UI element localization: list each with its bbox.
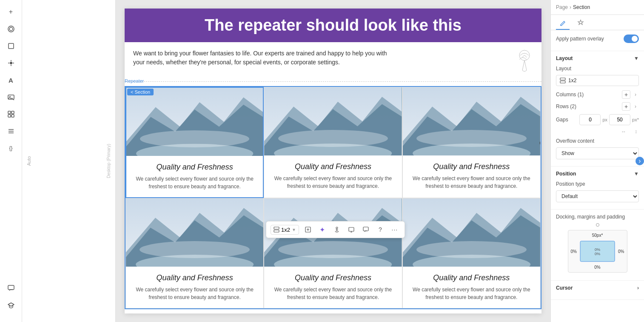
docking-bottom-val: 0% <box>594 265 600 270</box>
docking-top-val: 50px* <box>592 233 603 238</box>
anchor-btn[interactable] <box>331 224 342 235</box>
description-text: We want to bring your flower fantasies t… <box>133 49 388 67</box>
magic-btn[interactable]: ✦ <box>317 224 328 235</box>
position-section-header: Position ▼ <box>556 171 639 177</box>
code-icon[interactable]: {} <box>4 141 18 155</box>
layout-row: Layout <box>556 66 639 72</box>
panel-header: Page › Section <box>551 0 644 15</box>
overflow-select-container: Show Hide <box>556 147 639 159</box>
cursor-section-title: Cursor <box>556 285 573 291</box>
docking-inner: 0% 0% <box>580 241 615 262</box>
breadcrumb-separator: › <box>570 4 571 10</box>
add-icon[interactable]: + <box>4 5 18 19</box>
repeater-grid: Quality and Freshness We carefully selec… <box>125 87 541 308</box>
cell-text-2-1: We carefully select every flower and sou… <box>133 286 256 301</box>
grid-icon[interactable] <box>4 107 18 121</box>
cell-title-1-3: Quality and Freshness <box>410 162 533 171</box>
cell-title-1-1: Quality and Freshness <box>133 163 256 172</box>
gap-h-unit: px <box>602 117 607 122</box>
gap-arrows: ↔ ↕ <box>556 129 639 135</box>
cursor-collapse-btn[interactable]: › <box>637 285 639 291</box>
cell-2-3[interactable]: Quality and Freshness We carefully selec… <box>402 198 541 308</box>
position-type-select-container: Default Absolute Fixed <box>556 190 639 202</box>
svg-rect-9 <box>11 115 14 117</box>
position-section-title: Position <box>556 171 576 177</box>
layout-select[interactable]: 1x2 ▼ <box>271 225 299 235</box>
docking-left-inner: 0% <box>595 247 600 251</box>
layout-option-1x2[interactable]: 1x2 <box>556 75 639 86</box>
cell-text-2-3: We carefully select every flower and sou… <box>410 286 533 301</box>
overflow-select[interactable]: Show Hide <box>556 147 639 159</box>
screen-btn[interactable] <box>346 224 357 235</box>
cell-content-2-2: Quality and Freshness We carefully selec… <box>264 267 402 308</box>
gaps-row: Gaps px px* <box>556 114 639 125</box>
move-handle[interactable]: ⊕ <box>539 138 541 148</box>
svg-point-3 <box>10 62 12 64</box>
media-icon[interactable] <box>4 90 18 104</box>
layout-section: Layout ▼ Layout 1x2 Columns (1) + › Rows… <box>551 51 644 167</box>
cell-image-2-1 <box>126 198 263 267</box>
apply-pattern-toggle[interactable] <box>624 34 639 43</box>
cell-title-1-2: Quality and Freshness <box>271 162 395 171</box>
svg-rect-19 <box>349 227 354 231</box>
gap-inputs: px px* <box>579 114 639 125</box>
comment-btn[interactable] <box>360 224 371 235</box>
position-type-label: Position type <box>556 181 585 187</box>
gap-v-input[interactable] <box>609 114 630 125</box>
tab-design[interactable] <box>556 17 570 30</box>
help-btn[interactable]: ? <box>375 224 386 235</box>
columns-plus-btn[interactable]: + <box>622 90 630 99</box>
cell-1-2[interactable]: Quality and Freshness We carefully selec… <box>264 87 402 198</box>
toolbar-layout-value: 1x2 <box>281 227 290 233</box>
cell-image-2-3 <box>403 198 540 267</box>
position-type-select[interactable]: Default Absolute Fixed <box>556 190 639 202</box>
cell-image-1-1 <box>126 88 263 156</box>
resize-btn[interactable] <box>302 224 313 235</box>
cell-content-1-3: Quality and Freshness We carefully selec… <box>403 155 540 197</box>
columns-controls: + › <box>622 90 639 99</box>
gap-v-unit: px* <box>632 117 639 122</box>
docking-label: Docking, margins and padding <box>556 214 625 220</box>
cell-2-2[interactable]: Quality and Freshness We carefully selec… <box>264 198 402 308</box>
svg-point-0 <box>8 26 14 32</box>
cell-1-1[interactable]: Quality and Freshness We carefully selec… <box>125 87 264 198</box>
cell-text-1-3: We carefully select every flower and sou… <box>410 175 533 190</box>
rows-arrow-btn[interactable]: › <box>632 103 639 110</box>
layout-collapse-btn[interactable]: ▼ <box>634 55 639 61</box>
graduation-icon[interactable] <box>4 298 18 312</box>
section-badge[interactable]: < Section <box>127 89 154 95</box>
svg-rect-15 <box>274 227 279 229</box>
breadcrumb: Page › Section <box>556 4 639 10</box>
breadcrumb-current: Section <box>573 4 590 10</box>
cell-title-2-1: Quality and Freshness <box>133 273 256 282</box>
list-icon[interactable] <box>4 124 18 138</box>
rows-label: Rows (2) <box>556 104 576 109</box>
cell-content-1-2: Quality and Freshness We carefully selec… <box>264 155 402 197</box>
gap-h-arrow: ↔ <box>621 129 626 135</box>
position-section: Position ▼ Position type Default Absolut… <box>551 167 644 210</box>
breadcrumb-parent: Page <box>556 4 568 10</box>
more-btn[interactable]: ··· <box>389 224 400 235</box>
cell-1-3[interactable]: Quality and Freshness We carefully selec… <box>402 87 541 198</box>
docking-origin-row <box>556 223 639 227</box>
docking-left-val: 0% <box>571 249 577 254</box>
rows-plus-btn[interactable]: + <box>622 102 630 111</box>
columns-arrow-btn[interactable]: › <box>632 91 639 98</box>
docking-diagram: 50px* 0% 0% 0% 0% 0% <box>568 230 627 273</box>
pages-icon[interactable] <box>4 39 18 53</box>
components-icon[interactable] <box>4 56 18 70</box>
docking-section: Docking, margins and padding 50px* 0% 0%… <box>551 210 644 281</box>
cursor-section: Cursor › <box>551 281 644 300</box>
cursor-section-header: Cursor › <box>556 285 639 291</box>
cell-content-2-3: Quality and Freshness We carefully selec… <box>403 267 540 308</box>
gap-h-input[interactable] <box>579 114 601 125</box>
svg-point-5 <box>9 96 11 98</box>
text-icon[interactable]: A <box>4 73 18 87</box>
tab-actions[interactable] <box>574 17 587 30</box>
canvas-scroll[interactable]: The repeater should look like this We wa… <box>116 0 550 322</box>
position-collapse-btn[interactable]: ▼ <box>634 171 639 177</box>
cell-2-1[interactable]: Quality and Freshness We carefully selec… <box>125 198 264 308</box>
chat-icon[interactable] <box>4 281 18 295</box>
layers-icon[interactable] <box>4 22 18 36</box>
repeater-container: Repeater < Section 1x2 ▼ <box>125 86 541 309</box>
